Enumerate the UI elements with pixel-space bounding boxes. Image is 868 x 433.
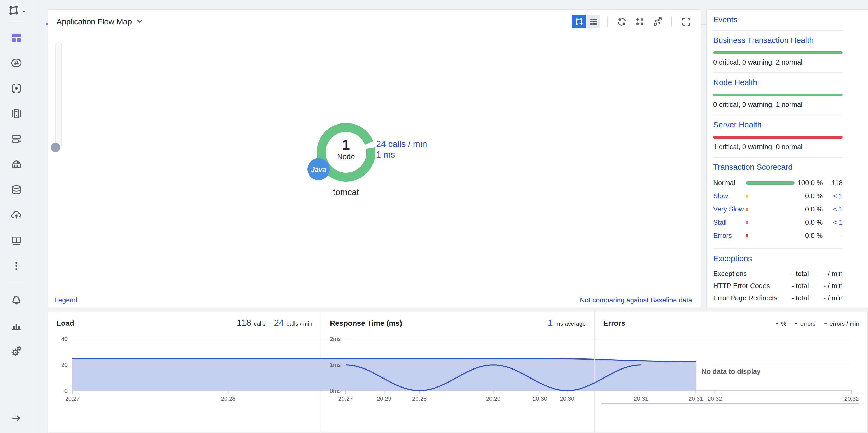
flow-map-header: Application Flow Map [48,9,701,28]
transaction-scorecard-link[interactable]: Transaction Scorecard [713,162,793,171]
health-section-server-health: Server Health1 critical, 0 warning, 0 no… [713,115,843,157]
scorecard-percent: 0.0 % [794,205,823,213]
no-data-message: No data to display [595,368,867,375]
sidebar-item-flow-arrows[interactable] [10,57,23,69]
chart-header: Errors-%-errors-errors / min [595,311,867,328]
scorecard-row-normal: Normal100.0 %118 [713,176,843,189]
exception-total: - total [778,270,809,278]
toolbar-sync-button[interactable] [614,15,629,28]
sidebar-item-server-rack[interactable] [10,107,23,120]
svg-text:0: 0 [64,387,68,394]
legend-link[interactable]: Legend [54,296,78,304]
exception-rate: - / min [809,282,843,290]
sidebar-divider [8,283,24,283]
chart-metric-label: % [781,320,786,327]
node-metrics[interactable]: 24 calls / min 1 ms [376,139,427,160]
empty-chart-axis-line [601,403,859,404]
sidebar-item-dashboard-grid[interactable] [10,31,23,44]
toolbar-group-dots-button[interactable] [632,15,647,28]
scorecard-bar-track [746,181,794,184]
sidebar-item-cloud-upload[interactable] [10,209,23,222]
events-section: Events [713,9,843,31]
health-section-link[interactable]: Server Health [713,120,762,129]
dashboard-grid-icon [10,31,23,44]
container-icon [10,158,23,171]
scorecard-label[interactable]: Stall [713,218,746,226]
chart-title: Errors [603,319,625,327]
scorecard-bar [746,221,748,224]
svg-text:20:27: 20:27 [65,396,80,402]
chart-metric: 24calls / min [274,318,312,328]
toolbar-list-view-button[interactable] [586,15,600,28]
scorecard-label[interactable]: Errors [713,232,746,239]
app-window: DashboardNetwork DashboardEventsTop Busi… [0,0,868,433]
toolbar-divider [672,16,672,27]
scorecard-count[interactable]: < 1 [823,192,843,200]
health-section-link[interactable]: Business Transaction Health [713,35,814,45]
chart-metric-value: 118 [237,318,251,328]
flow-arrows-icon [10,57,23,69]
chart-metric-value: 1 [548,318,553,328]
sidebar-item-database[interactable] [10,183,23,196]
exception-rate-unit: / min [826,270,843,278]
baseline-comparison-link[interactable]: Not comparing against Baseline data [580,296,692,304]
svg-text:2ms: 2ms [330,336,341,342]
node-name[interactable]: tomcat [312,187,380,197]
tiers-stack-icon [10,133,23,145]
sidebar-item-container[interactable] [10,158,23,171]
events-link[interactable]: Events [713,15,738,24]
svg-text:20:30: 20:30 [560,396,575,402]
server-rack-icon [10,107,23,120]
sidebar-item-monitor-alert[interactable] [10,234,23,247]
sidebar-item-more-dots[interactable] [10,260,23,272]
cloud-upload-icon [10,209,23,222]
sidebar-item-bell[interactable] [10,294,23,307]
exceptions-row-error-page-redirects: Error Page Redirects- total- / min [713,292,843,304]
scorecard-count[interactable]: < 1 [823,218,843,226]
zoom-slider-handle[interactable] [51,143,60,152]
application-flow-map-panel: Application Flow Map 1 Node Java tomcat … [48,9,701,308]
fullscreen-icon [681,16,691,27]
exception-label: Error Page Redirects [713,294,778,302]
scorecard-label[interactable]: Very Slow [713,205,746,213]
sidebar-item-gears[interactable] [10,345,23,357]
sidebar-item-tiers-stack[interactable] [10,133,23,145]
more-dots-icon [10,260,23,272]
scorecard-label: Normal [713,179,746,186]
chart-metrics: 1ms average [548,318,586,328]
sidebar-expand-button[interactable] [10,412,22,426]
toolbar-fullscreen-button[interactable] [679,15,693,28]
scorecard-label[interactable]: Slow [713,192,746,200]
exceptions-rows: Exceptions- total- / minHTTP Error Codes… [713,267,843,304]
chart-title: Load [57,319,74,327]
app-logo[interactable] [7,4,26,20]
sidebar-item-bar-chart[interactable] [10,319,23,332]
zoom-slider[interactable] [56,42,62,149]
scorecard-row-errors: Errors0.0 %- [713,229,843,242]
scorecard-row-stall: Stall0.0 %< 1 [713,216,843,229]
chart-metric-value: - [824,318,827,328]
scorecard-count[interactable]: - [823,232,843,239]
svg-text:20:29: 20:29 [486,396,501,402]
chart-metrics: -%-errors-errors / min [776,318,859,328]
chart-card-load: Load118calls24calls / min0204020:2720:28… [48,311,321,432]
java-runtime-badge[interactable]: Java [307,158,330,180]
svg-text:0ms: 0ms [330,387,341,394]
chart-metric-label: errors / min [830,320,859,327]
scorecard-percent: 0.0 % [794,218,823,226]
scorecard-count[interactable]: < 1 [823,205,843,213]
svg-text:1ms: 1ms [330,362,341,368]
scorecard-bar-track [746,221,794,224]
flow-map-title-dropdown[interactable]: Application Flow Map [57,17,143,26]
logo-caret-down-icon [21,9,26,14]
exception-total: - total [778,294,809,302]
left-sidebar [0,0,33,433]
toolbar-flow-map-view-button[interactable] [571,15,586,28]
database-icon [10,183,23,196]
exceptions-link[interactable]: Exceptions [713,254,752,263]
exceptions-section: Exceptions Exceptions- total- / minHTTP … [713,249,843,308]
health-section-link[interactable]: Node Health [713,78,757,87]
toolbar-fit-expand-button[interactable] [650,15,664,28]
sidebar-item-focus-brackets[interactable] [10,82,23,95]
scorecard-bar [746,181,794,184]
